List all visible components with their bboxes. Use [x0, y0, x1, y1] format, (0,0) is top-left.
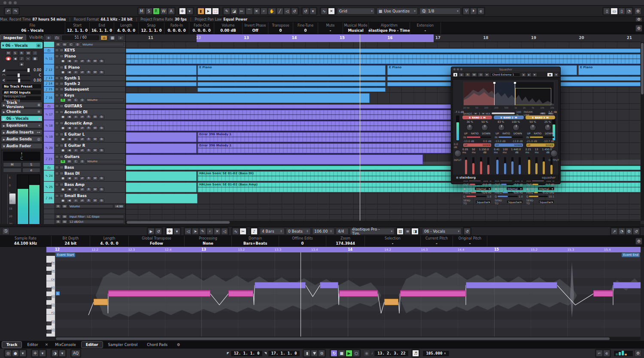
- acoustic-feedback-icon[interactable]: ▮: [197, 8, 204, 15]
- band-mute-button[interactable]: M: [483, 116, 486, 119]
- track-row-keys[interactable]: ♪16KeysRWC0Volume: [44, 92, 125, 103]
- track-monitor-icon[interactable]: ◀: [67, 149, 72, 152]
- audio-event-e-piano[interactable]: E Piano: [197, 65, 386, 75]
- plugin-bypass-icon[interactable]: ≡: [459, 73, 464, 77]
- tab-visibility[interactable]: Visibility: [26, 34, 44, 40]
- global-s-button[interactable]: S: [146, 8, 152, 15]
- track-mute-button[interactable]: [55, 183, 59, 186]
- track-mute-button[interactable]: [55, 133, 59, 136]
- track-row-synth-1[interactable]: ♪13Synth 1: [44, 76, 125, 81]
- audio-event-e-piano[interactable]: E Piano: [578, 65, 641, 75]
- timeline-lane-lane[interactable]: [126, 42, 641, 48]
- track-solo-button[interactable]: [60, 49, 64, 52]
- timeline-lane-synth-2[interactable]: [126, 82, 641, 87]
- ed-info-original-pitch[interactable]: Original Pitch-: [453, 236, 487, 246]
- track-write-button[interactable]: W: [67, 160, 72, 164]
- timeline-lane-lane[interactable]: [126, 209, 641, 215]
- timeline-lane-synth-1[interactable]: [126, 76, 641, 82]
- band-sidechain-icon[interactable]: ●: [526, 187, 529, 190]
- track-read-button[interactable]: R: [86, 149, 91, 152]
- info-start[interactable]: Start12. 1. 1. 0: [65, 22, 90, 34]
- band-slider[interactable]: [487, 157, 489, 174]
- track-read-button[interactable]: R: [86, 199, 91, 203]
- fader-listen-button[interactable]: [3, 168, 21, 173]
- track-monitor-icon[interactable]: ◀: [67, 199, 72, 203]
- lane-write-button[interactable]: W: [62, 220, 67, 224]
- band-out-slider[interactable]: [470, 184, 482, 185]
- audio-event[interactable]: [126, 82, 197, 86]
- glue-tool-icon[interactable]: ⌒: [246, 8, 253, 15]
- band-compression-bar[interactable]: UPDOWN: [463, 143, 491, 147]
- track-row-guitars[interactable]: 🗀GUITARS: [44, 103, 125, 109]
- track-row-volume[interactable]: RWVolume-4.99: [44, 204, 125, 209]
- audio-event[interactable]: [126, 49, 641, 53]
- band-send-select[interactable]: Squasher▾: [475, 200, 491, 203]
- piano-black-key[interactable]: [46, 305, 52, 309]
- preset-menu-icon[interactable]: ▾: [532, 73, 537, 77]
- band-sidechain-icon[interactable]: ●: [463, 187, 465, 190]
- locator-range-icon[interactable]: ⧉: [318, 350, 325, 357]
- audio-event[interactable]: [197, 76, 386, 81]
- info-file[interactable]: File06 - Vocals: [0, 22, 65, 34]
- preset-prev-icon[interactable]: ◂: [521, 73, 526, 77]
- automation-param-field[interactable]: Input Filter : LC-Slope: [68, 215, 124, 218]
- toolbar-setup-gear-icon[interactable]: ⚙: [635, 8, 641, 15]
- plugin-preset-select[interactable]: Chord Extreme 1: [490, 73, 520, 77]
- ed-info-sample-rate[interactable]: Sample Rate44.100 kHz: [0, 236, 52, 246]
- play-button[interactable]: ▶: [346, 350, 352, 357]
- grid-type-select[interactable]: Grid▾: [337, 8, 375, 15]
- variaudio-segment-10[interactable]: [593, 290, 613, 297]
- track-solo-button[interactable]: [60, 194, 64, 197]
- audio-event[interactable]: [126, 194, 197, 203]
- color-tool-icon[interactable]: ↺: [291, 8, 298, 15]
- insp-read-button[interactable]: R: [19, 51, 24, 55]
- band-solo-button[interactable]: S: [532, 116, 534, 119]
- tab-editor-1[interactable]: Editor: [23, 342, 42, 348]
- track-record-icon[interactable]: ●: [60, 115, 66, 119]
- audio-event[interactable]: [126, 171, 197, 181]
- punch-in-icon[interactable]: ▮: [304, 350, 310, 357]
- track-record-icon[interactable]: ●: [60, 137, 66, 141]
- track-link-icon[interactable]: ⇄: [79, 70, 85, 74]
- quantize-value-select[interactable]: Q1/8▾: [419, 8, 461, 15]
- tab-mixconsole-2[interactable]: MixConsole: [51, 342, 80, 348]
- editor-tempo-stepper[interactable]: 106.00⇕: [312, 228, 334, 235]
- play-tool-icon[interactable]: ◁: [284, 8, 291, 15]
- lane-ctrl-button[interactable]: C: [68, 42, 74, 46]
- close-window-button[interactable]: [3, 1, 6, 4]
- left-zone-toggle-icon[interactable]: ▯: [603, 8, 610, 15]
- editor-show-variaudio-icon[interactable]: ▥: [397, 228, 404, 235]
- editor-snap-icon[interactable]: ∿: [232, 228, 239, 235]
- audiowarp-quantize-icon[interactable]: ⏵: [470, 8, 477, 15]
- track-mute-button[interactable]: [55, 49, 59, 52]
- left-locator-value[interactable]: 12. 1. 1. 0: [231, 350, 263, 357]
- track-insert-icon[interactable]: ⧉: [99, 115, 104, 119]
- track-mute-button[interactable]: [55, 104, 59, 108]
- track-write-button[interactable]: W: [92, 70, 98, 74]
- band-slider[interactable]: [480, 157, 482, 174]
- track-row-subsequent[interactable]: ♪15Subsequent: [44, 87, 125, 92]
- band-out-slider[interactable]: [532, 184, 545, 185]
- editor-piano-keys[interactable]: E4D4C4B3A3G3F3E3D3C3: [46, 252, 55, 337]
- lane-write-button[interactable]: W: [62, 215, 67, 218]
- record-mode-caret-icon[interactable]: ▾: [19, 350, 26, 357]
- track-c-button[interactable]: C: [73, 160, 79, 164]
- editor-ruler[interactable]: 1212.212.312.41313.213.313.41414.214.314…: [46, 247, 641, 252]
- track-row-bass-amp[interactable]: ∿25Bass Amp●◀e⇄RW⧉: [44, 182, 125, 193]
- editor-draw-tool-icon[interactable]: ✎: [199, 228, 206, 235]
- record-button[interactable]: ○: [353, 350, 360, 357]
- fader-mute-button[interactable]: M: [3, 162, 21, 167]
- track-monitor-icon[interactable]: ◀: [67, 59, 72, 63]
- track-0-button[interactable]: 0: [79, 160, 85, 164]
- bands-increase-icon[interactable]: ▸: [481, 112, 486, 115]
- track-c-button[interactable]: C: [73, 98, 79, 102]
- record-mode-icon[interactable]: ●: [12, 350, 19, 357]
- band-slider[interactable]: [519, 157, 521, 174]
- info-extension[interactable]: Extension-: [410, 22, 441, 34]
- track-row-lane[interactable]: RWC0Volume: [44, 42, 125, 48]
- timeline-lane-keys[interactable]: [126, 48, 641, 54]
- ed-info-offline-edits[interactable]: Offline Edits0: [279, 236, 326, 246]
- ed-info-domain[interactable]: DomainBars+Beats: [232, 236, 279, 246]
- track-record-icon[interactable]: ●: [60, 59, 66, 63]
- track-link-icon[interactable]: ⇄: [79, 126, 85, 130]
